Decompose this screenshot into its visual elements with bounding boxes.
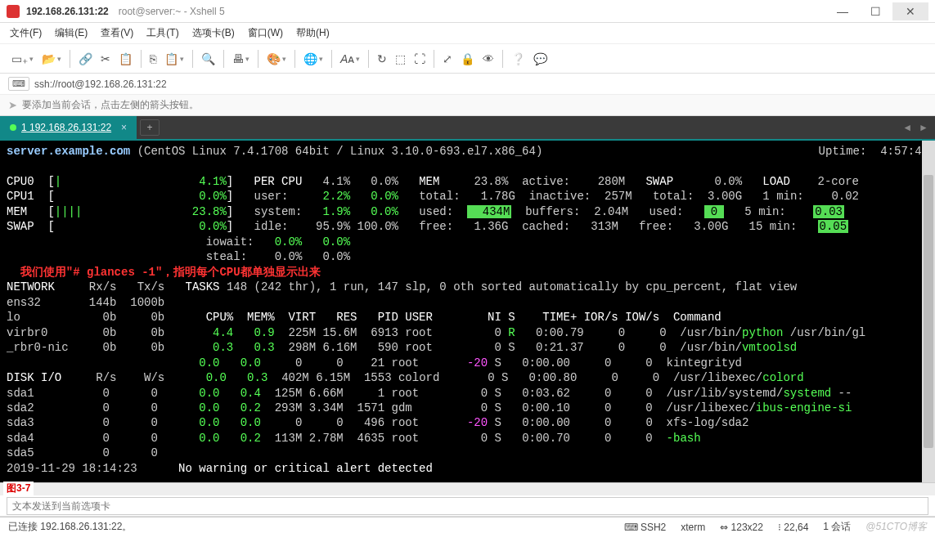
status-size: ⇔ 123x22 xyxy=(720,522,763,533)
status-ssh: ⌨ SSH2 xyxy=(624,522,667,533)
address-url[interactable]: ssh://root@192.168.26.131:22 xyxy=(34,78,167,90)
unlink-icon[interactable]: ✂ xyxy=(97,49,114,69)
annotation-text: 我们使用"# glances -1"，指明每个CPU都单独显示出来 xyxy=(7,266,321,279)
terminal[interactable]: server.example.com (CentOS Linux 7.4.170… xyxy=(0,141,935,482)
chat-icon[interactable]: 💬 xyxy=(530,49,551,69)
log-icon[interactable]: ⬚ xyxy=(392,49,409,69)
window-title-app: root@server:~ - Xshell 5 xyxy=(119,6,225,17)
statusbar: 已连接 192.168.26.131:22。 ⌨ SSH2 xterm ⇔ 12… xyxy=(0,517,935,536)
hide-icon[interactable]: 👁 xyxy=(479,49,497,69)
print-icon[interactable]: 🖶▾ xyxy=(229,49,253,69)
status-dot-icon xyxy=(10,124,16,131)
titlebar: 192.168.26.131:22 root@server:~ - Xshell… xyxy=(0,0,935,23)
tip-text: 要添加当前会话，点击左侧的箭头按钮。 xyxy=(22,98,199,112)
properties-icon[interactable]: 📋 xyxy=(115,49,136,69)
menubar: 文件(F) 编辑(E) 查看(V) 工具(T) 选项卡(B) 窗口(W) 帮助(… xyxy=(0,23,935,44)
tip-arrow-icon[interactable]: ➤ xyxy=(8,99,17,111)
help-icon[interactable]: ❔ xyxy=(508,49,528,69)
tip-bar: ➤ 要添加当前会话，点击左侧的箭头按钮。 xyxy=(0,95,935,116)
toolbar: ▭₊▾ 📂▾ 🔗 ✂ 📋 ⎘ 📋▾ 🔍 🖶▾ 🎨▾ 🌐▾ Aᴀ▾ ↻ ⬚ ⛶ ⤢… xyxy=(0,44,935,74)
fullscreen-icon[interactable]: ⛶ xyxy=(411,49,429,69)
app-icon xyxy=(7,5,20,18)
menu-tools[interactable]: 工具(T) xyxy=(146,26,178,40)
figure-label: 图3-7 xyxy=(3,482,34,497)
scrollbar-horizontal[interactable]: 图3-7 xyxy=(0,482,935,495)
window-title-host: 192.168.26.131:22 xyxy=(26,6,109,17)
reconnect-icon[interactable]: ↻ xyxy=(374,49,390,69)
status-pos: ⁝ 22,64 xyxy=(778,522,808,533)
globe-icon[interactable]: 🌐▾ xyxy=(300,49,326,69)
scrollbar-vertical[interactable] xyxy=(922,141,935,482)
link-icon[interactable]: 🔗 xyxy=(75,49,96,69)
tabnav-left-icon[interactable]: ◄ xyxy=(902,122,912,133)
open-icon[interactable]: 📂▾ xyxy=(38,49,65,69)
addr-key-icon: ⌨ xyxy=(8,77,29,91)
minimize-button[interactable]: — xyxy=(827,2,858,20)
close-button[interactable]: ✕ xyxy=(892,2,928,20)
maximize-button[interactable]: ☐ xyxy=(860,2,891,20)
font-icon[interactable]: Aᴀ▾ xyxy=(337,49,363,69)
send-input[interactable] xyxy=(7,497,928,515)
lock-icon[interactable]: 🔒 xyxy=(457,49,478,69)
menu-edit[interactable]: 编辑(E) xyxy=(55,26,88,40)
menu-window[interactable]: 窗口(W) xyxy=(248,26,283,40)
new-session-icon[interactable]: ▭₊▾ xyxy=(8,49,37,69)
color-icon[interactable]: 🎨▾ xyxy=(263,49,290,69)
menu-file[interactable]: 文件(F) xyxy=(10,26,42,40)
address-bar: ⌨ ssh://root@192.168.26.131:22 xyxy=(0,74,935,95)
tab-strip: 1 192.168.26.131:22 × + ◄ ► xyxy=(0,116,935,141)
menu-tab[interactable]: 选项卡(B) xyxy=(192,26,235,40)
status-connection: 已连接 192.168.26.131:22。 xyxy=(8,520,132,534)
tab-close-icon[interactable]: × xyxy=(121,122,127,133)
search-icon[interactable]: 🔍 xyxy=(198,49,218,69)
menu-view[interactable]: 查看(V) xyxy=(101,26,133,40)
watermark: @51CTO博客 xyxy=(865,520,927,534)
paste-icon[interactable]: 📋▾ xyxy=(161,49,187,69)
send-input-bar xyxy=(0,495,935,517)
add-tab-button[interactable]: + xyxy=(140,119,160,136)
tabnav-right-icon[interactable]: ► xyxy=(919,122,928,133)
tab-label: 1 192.168.26.131:22 xyxy=(21,122,111,133)
menu-help[interactable]: 帮助(H) xyxy=(296,26,330,40)
tab-session-1[interactable]: 1 192.168.26.131:22 × xyxy=(0,116,137,139)
maximize-icon[interactable]: ⤢ xyxy=(439,49,456,69)
status-sessions: 1 会话 xyxy=(823,520,851,534)
copy-icon[interactable]: ⎘ xyxy=(146,49,160,69)
status-term: xterm xyxy=(681,522,705,533)
